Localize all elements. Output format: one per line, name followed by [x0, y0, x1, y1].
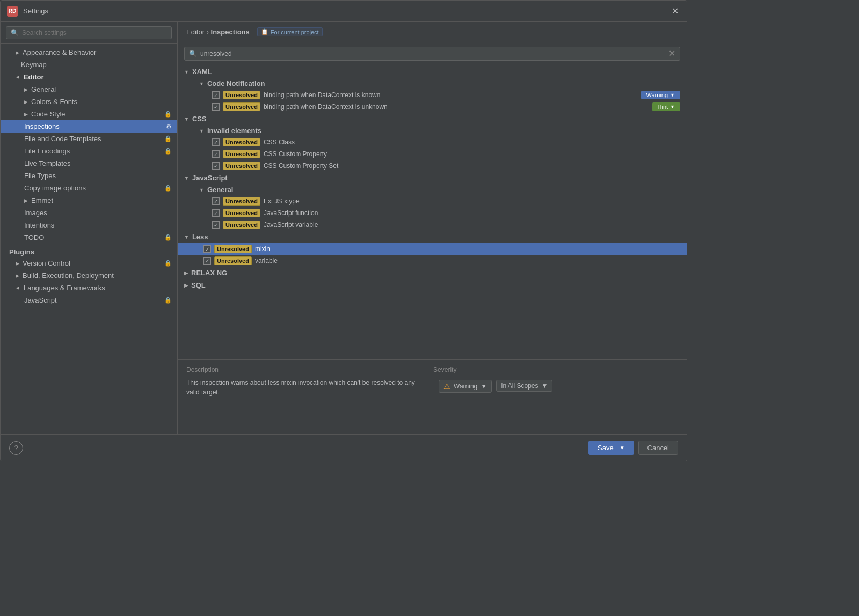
- item-text: CSS Custom Property: [264, 150, 327, 158]
- project-badge-icon: 📋: [261, 28, 268, 35]
- panel-search-area: 🔍 ✕: [178, 42, 687, 65]
- severity-badge: Warning ▼: [641, 91, 680, 99]
- close-button[interactable]: ✕: [669, 6, 680, 17]
- item-checkbox[interactable]: [212, 103, 220, 111]
- search-clear-button[interactable]: ✕: [668, 49, 675, 58]
- sidebar-item-todo[interactable]: TODO 🔒: [1, 231, 177, 244]
- sidebar-item-intentions[interactable]: Intentions: [1, 219, 177, 231]
- right-panel: Editor › Inspections 📋 For current proje…: [178, 22, 687, 434]
- inspection-item-js-2[interactable]: Unresolved JavaScript function: [178, 207, 687, 219]
- sidebar-search-box[interactable]: 🔍: [6, 26, 172, 39]
- sidebar-item-code-style[interactable]: ▶ Code Style 🔒: [1, 108, 177, 120]
- arrow-icon: ▶: [184, 283, 188, 288]
- sidebar-item-live-templates[interactable]: Live Templates: [1, 157, 177, 170]
- sidebar-item-file-code-templates[interactable]: File and Code Templates 🔒: [1, 133, 177, 145]
- panel-tree-area: ▼ XAML ▼ Code Notification Unresolved bi…: [178, 65, 687, 359]
- sidebar-item-copy-image-options[interactable]: Copy image options 🔒: [1, 182, 177, 194]
- sidebar-item-label: Colors & Fonts: [31, 98, 77, 106]
- sidebar-search-input[interactable]: [22, 29, 167, 36]
- inspection-subgroup-js-general[interactable]: ▼ General: [178, 184, 687, 195]
- lock-icon: 🔒: [164, 297, 172, 304]
- item-text: JavaScript function: [264, 209, 318, 217]
- inspection-group-javascript-header[interactable]: ▼ JavaScript: [178, 172, 687, 184]
- sidebar-item-build-execution[interactable]: ▶ Build, Execution, Deployment: [1, 269, 177, 282]
- panel-search-icon: 🔍: [189, 50, 197, 57]
- sidebar-item-appearance[interactable]: ▶ Appearance & Behavior: [1, 46, 177, 58]
- inspection-subgroup-code-notification[interactable]: ▼ Code Notification: [178, 78, 687, 89]
- inspection-group-relax-ng-header[interactable]: ▶ RELAX NG: [178, 267, 687, 279]
- inspection-item-css-3[interactable]: Unresolved CSS Custom Property Set: [178, 160, 687, 172]
- inspection-item-css-1[interactable]: Unresolved CSS Class: [178, 136, 687, 148]
- inspection-item-xaml-1[interactable]: Unresolved binding path when DataContext…: [178, 89, 687, 101]
- sidebar-item-keymap[interactable]: Keymap: [1, 58, 177, 71]
- sidebar-item-label: Intentions: [24, 221, 54, 229]
- lock-icon: 🔒: [164, 135, 172, 142]
- panel-search-box[interactable]: 🔍 ✕: [184, 47, 680, 61]
- scope-dropdown[interactable]: In All Scopes ▼: [496, 380, 552, 392]
- severity-dropdown[interactable]: ⚠ Warning ▼: [439, 380, 492, 393]
- inspection-group-xaml-header[interactable]: ▼ XAML: [178, 65, 687, 78]
- item-checkbox[interactable]: [212, 138, 220, 146]
- arrow-icon: ▶: [16, 50, 19, 55]
- sidebar-item-javascript[interactable]: JavaScript 🔒: [1, 294, 177, 306]
- sidebar-item-label: Copy image options: [24, 184, 86, 192]
- severity-warning-dropdown[interactable]: Warning ▼: [641, 91, 680, 99]
- app-logo: RD: [7, 6, 18, 17]
- inspection-group-less: ▼ Less Unresolved mixin Unresolved varia…: [178, 231, 687, 267]
- sidebar-item-general[interactable]: ▶ General: [1, 83, 177, 96]
- help-button[interactable]: ?: [9, 441, 23, 455]
- sidebar-item-languages[interactable]: ▼ Languages & Frameworks: [1, 282, 177, 294]
- sidebar-item-emmet[interactable]: ▶ Emmet: [1, 194, 177, 207]
- item-checkbox[interactable]: [212, 221, 220, 229]
- panel-search-input[interactable]: [200, 50, 665, 57]
- severity-value: Warning: [454, 383, 477, 390]
- item-checkbox[interactable]: [212, 91, 220, 99]
- save-dropdown-arrow[interactable]: ▼: [616, 445, 625, 451]
- sidebar-item-label: Build, Execution, Deployment: [23, 272, 114, 280]
- sidebar-item-label: Keymap: [21, 61, 47, 69]
- inspection-item-less-mixin[interactable]: Unresolved mixin: [178, 243, 687, 255]
- inspection-item-js-3[interactable]: Unresolved JavaScript variable: [178, 219, 687, 231]
- arrow-icon: ▶: [16, 261, 19, 266]
- item-checkbox[interactable]: [212, 209, 220, 217]
- inspection-group-sql-header[interactable]: ▶ SQL: [178, 279, 687, 291]
- group-label: CSS: [192, 115, 207, 123]
- sidebar-item-version-control[interactable]: ▶ Version Control 🔒: [1, 257, 177, 269]
- sidebar-item-file-types[interactable]: File Types: [1, 170, 177, 182]
- group-label: Less: [192, 233, 208, 241]
- sidebar-item-label: Live Templates: [24, 159, 70, 167]
- severity-dropdown-arrow: ▼: [481, 383, 487, 390]
- sidebar-item-file-encodings[interactable]: File Encodings 🔒: [1, 145, 177, 157]
- settings-window: RD Settings ✕ 🔍 ▶ Appearance & Behavior: [0, 0, 687, 461]
- inspection-subgroup-invalid-elements[interactable]: ▼ Invalid elements: [178, 125, 687, 136]
- sidebar-item-images[interactable]: Images: [1, 207, 177, 219]
- inspection-item-less-variable[interactable]: Unresolved variable: [178, 255, 687, 267]
- inspection-item-js-1[interactable]: Unresolved Ext JS xtype: [178, 195, 687, 207]
- arrow-icon: ▶: [24, 198, 28, 203]
- save-button[interactable]: Save ▼: [588, 441, 634, 455]
- unresolved-badge: Unresolved: [214, 256, 252, 265]
- inspection-group-css: ▼ CSS ▼ Invalid elements Unresolved CSS …: [178, 113, 687, 172]
- inspection-group-less-header[interactable]: ▼ Less: [178, 231, 687, 243]
- cancel-button[interactable]: Cancel: [638, 441, 678, 455]
- project-badge: 📋 For current project: [257, 27, 323, 36]
- lock-icon: 🔒: [164, 185, 172, 192]
- inspection-item-css-2[interactable]: Unresolved CSS Custom Property: [178, 148, 687, 160]
- sidebar-item-label: Version Control: [23, 259, 70, 267]
- inspection-item-xaml-2[interactable]: Unresolved binding path when DataContext…: [178, 101, 687, 113]
- arrow-icon: ▶: [184, 270, 188, 276]
- sidebar-item-colors-fonts[interactable]: ▶ Colors & Fonts: [1, 96, 177, 108]
- inspection-group-css-header[interactable]: ▼ CSS: [178, 113, 687, 125]
- item-checkbox[interactable]: [212, 197, 220, 205]
- group-label: JavaScript: [192, 174, 228, 182]
- unresolved-badge: Unresolved: [223, 209, 260, 217]
- action-buttons: Save ▼ Cancel: [588, 441, 678, 455]
- severity-hint-dropdown[interactable]: Hint ▼: [652, 102, 680, 111]
- item-checkbox[interactable]: [203, 257, 211, 265]
- item-checkbox[interactable]: [203, 245, 211, 253]
- item-checkbox[interactable]: [212, 150, 220, 158]
- scope-value: In All Scopes: [501, 382, 538, 390]
- sidebar-item-inspections[interactable]: Inspections ⚙: [1, 120, 177, 133]
- sidebar-item-editor[interactable]: ▼ Editor: [1, 71, 177, 83]
- item-checkbox[interactable]: [212, 162, 220, 170]
